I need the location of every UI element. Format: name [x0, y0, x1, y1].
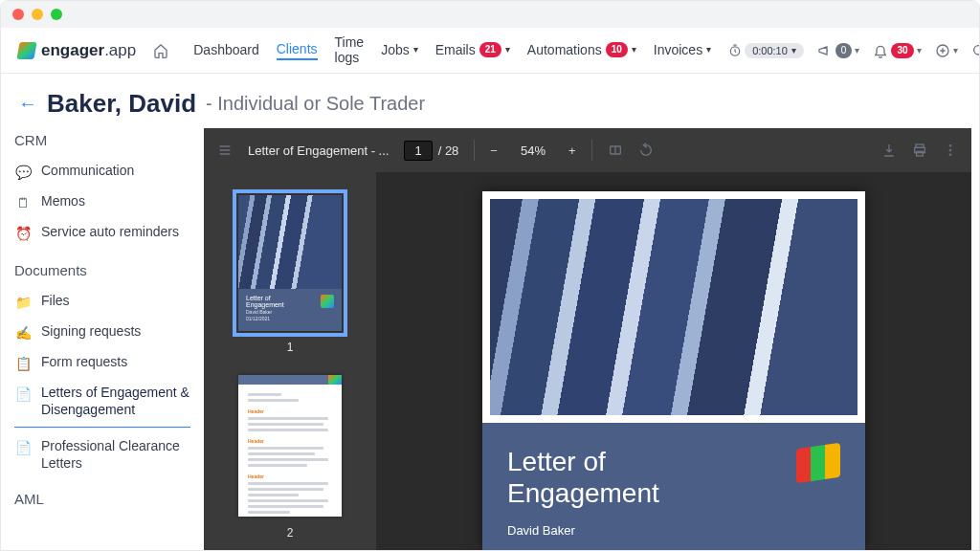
hamburger-icon	[217, 143, 233, 158]
sidebar-item-signing[interactable]: ✍Signing requests	[14, 317, 190, 347]
home-icon	[153, 43, 168, 58]
note-icon: 🗒	[14, 194, 32, 211]
notifications-button[interactable]: 30▾	[873, 43, 921, 58]
search-icon	[971, 43, 980, 58]
sidebar-item-communication[interactable]: 💬Communication	[14, 156, 190, 187]
notifications-badge: 30	[891, 43, 913, 58]
folder-icon: 📁	[14, 294, 32, 311]
document-icon: 📄	[14, 386, 32, 403]
print-button[interactable]	[912, 143, 927, 158]
chevron-down-icon: ▾	[505, 44, 510, 55]
svg-point-7	[949, 144, 951, 146]
megaphone-icon	[817, 43, 833, 58]
nav-invoices[interactable]: Invoices▾	[654, 42, 711, 59]
close-traffic-light[interactable]	[12, 9, 24, 20]
fit-page-button[interactable]	[608, 143, 623, 158]
page-header: ← Baker, David - Individual or Sole Trad…	[1, 74, 979, 128]
document-page-1: Letter of Engagement David Baker	[482, 191, 865, 551]
download-icon	[881, 143, 897, 158]
back-button[interactable]: ←	[18, 93, 37, 115]
page-total: / 28	[438, 143, 459, 158]
thumbnail-label-1: 1	[287, 341, 294, 354]
clock-icon	[728, 44, 742, 57]
cover-image	[490, 199, 858, 415]
zoom-in-button[interactable]: +	[568, 143, 576, 158]
sidebar-section-crm: CRM	[14, 132, 190, 148]
document-icon: 📄	[14, 439, 32, 456]
window-titlebar	[1, 1, 979, 28]
minimize-traffic-light[interactable]	[32, 9, 43, 20]
announcements-button[interactable]: 0▾	[817, 43, 860, 58]
rotate-button[interactable]	[638, 143, 654, 158]
sidebar-item-memos[interactable]: 🗒Memos	[14, 187, 190, 217]
alarm-icon: ⏰	[14, 225, 32, 242]
zoom-out-button[interactable]: −	[490, 143, 498, 158]
signature-icon: ✍	[14, 324, 32, 342]
home-button[interactable]	[153, 43, 168, 58]
chevron-down-icon: ▾	[413, 44, 418, 55]
nav-emails[interactable]: Emails21▾	[435, 42, 510, 59]
document-canvas[interactable]: Letter of Engagement David Baker	[376, 172, 971, 551]
logo-mark-icon	[16, 42, 36, 59]
client-name: Baker, David	[47, 89, 196, 119]
thumbnail-label-2: 2	[287, 526, 294, 540]
app-logo[interactable]: engager.app	[18, 41, 136, 60]
sidebar-item-loe[interactable]: 📄Letters of Engagement & Disengagement	[14, 378, 190, 427]
emails-badge: 21	[479, 42, 501, 57]
rotate-icon	[638, 143, 654, 158]
chevron-down-icon: ▾	[632, 44, 636, 55]
chat-icon: 💬	[14, 164, 32, 181]
nav-dashboard[interactable]: Dashboard	[193, 42, 259, 59]
sidebar-section-aml: AML	[14, 491, 190, 507]
thumbnail-panel: Letter of EngagementDavid Baker 01/12/20…	[204, 172, 376, 551]
timer-value: 0:00:10	[752, 45, 788, 56]
search-button[interactable]	[971, 43, 980, 58]
svg-point-2	[973, 45, 980, 54]
sidebar-item-forms[interactable]: 📋Form requests	[14, 347, 190, 378]
plus-circle-icon	[935, 43, 950, 58]
bell-icon	[873, 43, 888, 58]
viewer-menu-button[interactable]	[217, 143, 233, 158]
nav-jobs[interactable]: Jobs▾	[381, 42, 418, 59]
sidebar-item-pcl[interactable]: 📄Professional Clearance Letters	[14, 431, 190, 477]
chevron-down-icon: ▾	[706, 44, 711, 55]
timer-widget[interactable]: 0:00:10▾	[728, 43, 804, 58]
logo-word-2: .app	[104, 41, 136, 59]
practice-logo-icon	[796, 443, 840, 483]
pdf-viewer: Letter of Engagement - ... 1 / 28 − 54% …	[204, 128, 971, 551]
doc-title: Letter of Engagement	[507, 446, 659, 510]
automations-badge: 10	[606, 42, 628, 57]
clipboard-icon: 📋	[14, 355, 32, 372]
client-type: - Individual or Sole Trader	[206, 93, 425, 115]
sidebar-item-files[interactable]: 📁Files	[14, 286, 190, 317]
viewer-title: Letter of Engagement - ...	[248, 143, 389, 158]
kebab-icon	[943, 143, 958, 158]
viewer-toolbar: Letter of Engagement - ... 1 / 28 − 54% …	[204, 128, 971, 172]
thumbnail-page-2[interactable]: Header Header Header	[238, 375, 342, 517]
doc-client-name: David Baker	[507, 523, 659, 538]
sidebar-section-documents: Documents	[14, 262, 190, 278]
fit-icon	[608, 143, 623, 158]
top-right-tools: 0:00:10▾ 0▾ 30▾ ▾	[728, 43, 980, 58]
svg-point-9	[949, 154, 951, 156]
nav-clients[interactable]: Clients	[277, 41, 318, 60]
more-button[interactable]	[943, 143, 958, 158]
nav-timelogs[interactable]: Time logs	[335, 34, 365, 67]
print-icon	[912, 143, 927, 158]
zoom-traffic-light[interactable]	[51, 9, 62, 20]
add-button[interactable]: ▾	[935, 43, 958, 58]
zoom-level[interactable]: 54%	[513, 142, 553, 160]
logo-word-1: engager	[41, 41, 104, 59]
sidebar: CRM 💬Communication 🗒Memos ⏰Service auto …	[1, 128, 204, 551]
announcements-badge: 0	[835, 43, 853, 58]
top-bar: engager.app Dashboard Clients Time logs …	[1, 28, 979, 74]
download-button[interactable]	[881, 143, 897, 158]
nav-automations[interactable]: Automations10▾	[527, 42, 636, 59]
sidebar-item-reminders[interactable]: ⏰Service auto reminders	[14, 217, 190, 248]
logo-icon	[321, 295, 334, 308]
page-current[interactable]: 1	[404, 141, 432, 161]
thumbnail-page-1[interactable]: Letter of EngagementDavid Baker 01/12/20…	[238, 195, 342, 331]
svg-point-8	[949, 149, 951, 151]
top-nav: Dashboard Clients Time logs Jobs▾ Emails…	[193, 34, 711, 67]
